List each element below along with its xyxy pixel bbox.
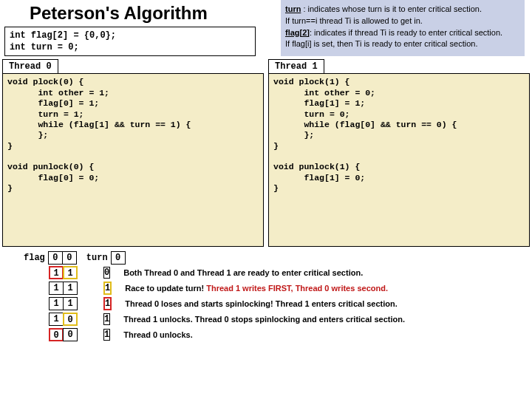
- note-flag-text: : indicates if thread Ti is ready to ent…: [310, 28, 502, 37]
- trace-desc: Thread 1 unlocks. Thread 0 stops spinloc…: [123, 315, 471, 324]
- note-turn-cond: If turn==i thread Ti is allowed to get i…: [285, 16, 520, 27]
- flag-cell: 1: [63, 282, 78, 295]
- flag-cell: 0: [63, 313, 78, 326]
- turn-cell: 1: [103, 329, 110, 341]
- trace-desc: Both Thread 0 and Thread 1 are ready to …: [123, 268, 471, 278]
- turn-cell: 1: [103, 313, 110, 325]
- note-flag-cond: If flag[i] is set, then Ti is ready to e…: [285, 39, 520, 50]
- declaration-box: int flag[2] = {0,0}; int turn = 0;: [4, 27, 256, 56]
- turn-cell: 1: [103, 282, 112, 295]
- thread-0-code: void plock(0) { int other = 1; flag[0] =…: [2, 73, 264, 247]
- thread-1-column: Thread 1 void plock(1) { int other = 0; …: [268, 59, 530, 247]
- note-turn-key: turn: [285, 4, 301, 13]
- turn-cell: 0: [103, 267, 110, 279]
- turn-hdr: 0: [111, 251, 126, 265]
- trace-table: flag00turn0110Both Thread 0 and Thread 1…: [21, 251, 532, 344]
- flag-cell: 1: [49, 282, 64, 295]
- turn-cell: 1: [103, 297, 112, 310]
- flag-cell: 0: [49, 328, 64, 341]
- flag-cell: 1: [49, 266, 64, 279]
- note-turn-text: : indicates whose turn is it to enter cr…: [301, 4, 482, 13]
- thread-0-column: Thread 0 void plock(0) { int other = 1; …: [2, 59, 264, 247]
- flag-hdr-1: 0: [62, 251, 77, 265]
- trace-desc: Thread 0 unlocks.: [123, 330, 471, 340]
- flag-cell: 1: [49, 313, 64, 326]
- notes-panel: turn : indicates whose turn is it to ent…: [281, 0, 525, 56]
- flag-label: flag: [21, 253, 48, 263]
- flag-hdr-0: 0: [48, 251, 63, 265]
- decl-line-2: int turn = 0;: [10, 41, 250, 53]
- thread-1-code: void plock(1) { int other = 0; flag[1] =…: [268, 73, 530, 247]
- trace-desc: Race to update turn! Thread 1 writes FIR…: [125, 284, 472, 293]
- page-title: Peterson's Algorithm: [0, 0, 222, 25]
- thread-0-tab: Thread 0: [2, 59, 58, 74]
- note-flag-key: flag[2]: [285, 28, 310, 37]
- decl-line-1: int flag[2] = {0,0};: [10, 30, 250, 41]
- trace-desc: Thread 0 loses and starts spinlocking! T…: [125, 299, 472, 309]
- thread-1-tab: Thread 1: [268, 59, 324, 74]
- flag-cell: 1: [63, 297, 78, 310]
- flag-cell: 1: [49, 297, 64, 310]
- flag-cell: 0: [63, 328, 78, 341]
- flag-cell: 1: [63, 266, 78, 279]
- turn-label: turn: [83, 253, 111, 263]
